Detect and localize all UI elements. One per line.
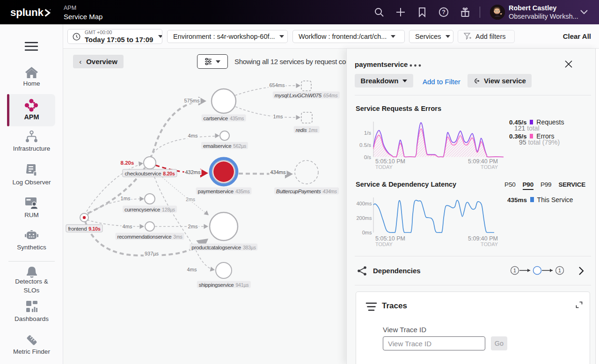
svg-text:200ms: 200ms bbox=[356, 215, 372, 221]
svg-text:TODAY: TODAY bbox=[481, 164, 498, 170]
svg-text:400ms: 400ms bbox=[356, 201, 372, 206]
svg-text:0/s: 0/s bbox=[364, 154, 372, 160]
svg-text:1: 1 bbox=[513, 268, 516, 273]
svg-text:0.5/s: 0.5/s bbox=[359, 142, 371, 148]
svg-text:TODAY: TODAY bbox=[375, 241, 393, 247]
svg-text:0ms: 0ms bbox=[362, 230, 372, 235]
svg-text:5:09:40 PM: 5:09:40 PM bbox=[468, 235, 498, 242]
svg-text:?: ? bbox=[442, 9, 446, 15]
svg-text:5:05:10 PM: 5:05:10 PM bbox=[375, 235, 405, 242]
svg-text:1: 1 bbox=[558, 268, 561, 273]
svg-text:5:09:40 PM: 5:09:40 PM bbox=[468, 158, 498, 165]
svg-text:TODAY: TODAY bbox=[375, 164, 393, 170]
svg-text:5:05:10 PM: 5:05:10 PM bbox=[375, 158, 405, 165]
svg-text:TODAY: TODAY bbox=[481, 241, 498, 247]
svg-text:1/s: 1/s bbox=[364, 130, 372, 136]
